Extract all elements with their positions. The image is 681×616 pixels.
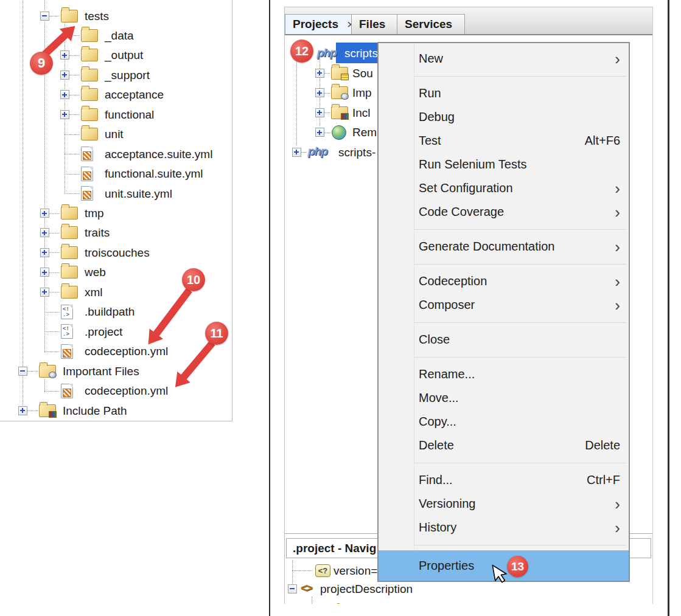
tree-item[interactable]: tests	[0, 6, 232, 26]
menu-item-run-selenium-tests[interactable]: Run Selenium Tests	[379, 153, 629, 176]
menu-item-new[interactable]: New›	[379, 47, 629, 71]
tree-item-label: Include Path	[63, 401, 127, 421]
expand-plus-icon[interactable]	[315, 108, 324, 117]
tree-item[interactable]: acceptance.suite.yml	[0, 144, 232, 164]
menu-item-generate-documentation[interactable]: Generate Documentation›	[379, 235, 629, 258]
tree-guide-stub	[65, 134, 80, 135]
expand-plus-icon[interactable]	[40, 228, 49, 237]
collapse-minus-icon[interactable]	[40, 12, 49, 21]
menu-item-label: Codeception	[419, 274, 602, 288]
magnifier-badge-icon	[341, 93, 349, 100]
tree-item-label: traits	[85, 223, 110, 243]
tree-guide-stub	[65, 174, 80, 175]
expand-plus-icon[interactable]	[18, 406, 27, 415]
tree-item-label: web	[85, 262, 106, 282]
tree-item[interactable]: functional	[0, 105, 232, 125]
expand-plus-icon[interactable]	[315, 128, 324, 137]
menu-separator	[414, 463, 626, 463]
menu-item-test[interactable]: TestAlt+F6	[379, 129, 629, 153]
expand-plus-icon[interactable]	[292, 148, 301, 157]
tree-item[interactable]: traits	[0, 223, 232, 243]
menu-item-codeception[interactable]: Codeception›	[379, 269, 629, 293]
yml-file-icon	[81, 147, 93, 161]
tree-item[interactable]: tmp	[0, 203, 232, 223]
annotation-badge: 11	[205, 322, 228, 345]
tree-item[interactable]: <! .>.project	[0, 322, 232, 342]
tree-item[interactable]: functional.suite.yml	[0, 164, 232, 184]
expand-plus-icon[interactable]	[315, 88, 324, 97]
expand-plus-icon[interactable]	[60, 110, 69, 119]
menu-item-move[interactable]: Move...	[379, 386, 629, 410]
expand-plus-icon[interactable]	[40, 288, 49, 297]
menu-item-find[interactable]: Find...Ctrl+F	[379, 468, 629, 492]
tree-item[interactable]: unit	[0, 124, 232, 144]
yml-file-icon	[81, 186, 93, 201]
tree-item[interactable]: codeception.yml	[0, 381, 232, 401]
tree-item[interactable]: unit.suite.yml	[0, 184, 232, 204]
expand-plus-icon[interactable]	[60, 90, 69, 99]
project-tree-item-label: scripts-	[344, 43, 382, 63]
annotation-badge: 10	[182, 268, 205, 291]
menu-item-rename[interactable]: Rename...	[379, 362, 629, 386]
menu-item-set-configuration[interactable]: Set Configuration›	[379, 176, 629, 200]
tree-item[interactable]: Include Path	[0, 401, 232, 421]
tree-item[interactable]: troiscouches	[0, 243, 232, 263]
annotation-badge-number: 11	[210, 327, 223, 341]
tree-item-label: unit.suite.yml	[105, 184, 172, 204]
menu-item-versioning[interactable]: Versioning›	[379, 492, 629, 516]
tab-files[interactable]: Files	[351, 14, 397, 34]
expand-plus-icon[interactable]	[40, 248, 49, 257]
expand-plus-icon[interactable]	[40, 209, 49, 218]
folder-icon	[81, 128, 98, 140]
expand-plus-icon[interactable]	[60, 50, 69, 60]
tree-guide-stub	[324, 93, 330, 94]
submenu-arrow-icon: ›	[615, 297, 620, 313]
tree-item-label: Important Files	[63, 361, 139, 381]
important-files-folder-icon	[331, 86, 348, 99]
project-tree-item-label: Sou	[352, 63, 373, 83]
expand-plus-icon[interactable]	[60, 71, 69, 80]
menu-item-code-coverage[interactable]: Code Coverage›	[379, 200, 629, 224]
xml-config-file-icon: <! .>	[61, 305, 73, 319]
menu-item-label: Generate Documentation	[419, 240, 602, 254]
project-tree-item-label: Incl	[352, 103, 371, 123]
annotation-badge-number: 10	[187, 273, 200, 287]
menu-item-label: Test	[419, 134, 573, 148]
menu-item-label: Debug	[419, 110, 620, 124]
tree-item-label: _support	[105, 65, 150, 85]
menu-item-run[interactable]: Run	[379, 81, 629, 105]
tab-services[interactable]: Services	[397, 14, 465, 34]
include-path-folder-icon	[331, 106, 348, 119]
menu-item-label: Run Selenium Tests	[419, 157, 620, 171]
tree-item[interactable]: Important Files	[0, 361, 232, 381]
menu-item-debug[interactable]: Debug	[379, 105, 629, 129]
menu-item-copy[interactable]: Copy...	[379, 410, 629, 434]
navigator-tree-item[interactable]: <>	[285, 597, 652, 604]
menu-item-delete[interactable]: DeleteDelete	[379, 434, 629, 457]
tree-item[interactable]: _data	[0, 26, 232, 46]
menu-separator	[414, 76, 626, 77]
menu-item-composer[interactable]: Composer›	[379, 293, 629, 317]
submenu-arrow-icon: ›	[615, 520, 620, 536]
tree-item-label: .project	[85, 322, 122, 342]
menu-item-shortcut: Delete	[585, 438, 620, 452]
tab-projects[interactable]: Projects×	[285, 14, 352, 34]
source-files-folder-icon	[331, 67, 348, 80]
tree-item[interactable]: <! .>.buildpath	[0, 302, 232, 322]
tree-item-label: tests	[85, 6, 109, 26]
tree-item[interactable]: acceptance	[0, 85, 232, 105]
collapse-minus-icon[interactable]	[288, 584, 297, 594]
menu-item-history[interactable]: History›	[379, 516, 629, 539]
annotation-badge-number: 13	[511, 560, 524, 573]
tree-item[interactable]: codeception.yml	[0, 341, 232, 361]
php-project-icon: php	[308, 145, 332, 159]
collapse-minus-icon[interactable]	[18, 367, 27, 376]
tree-item-label: functional.suite.yml	[105, 164, 203, 184]
expand-plus-icon[interactable]	[315, 69, 324, 78]
menu-item-label: Find...	[419, 473, 574, 487]
tree-guide-stub	[65, 193, 80, 194]
menu-item-close[interactable]: Close	[379, 328, 629, 351]
folder-icon	[61, 207, 78, 220]
expand-plus-icon[interactable]	[40, 268, 49, 277]
submenu-arrow-icon: ›	[615, 496, 620, 512]
